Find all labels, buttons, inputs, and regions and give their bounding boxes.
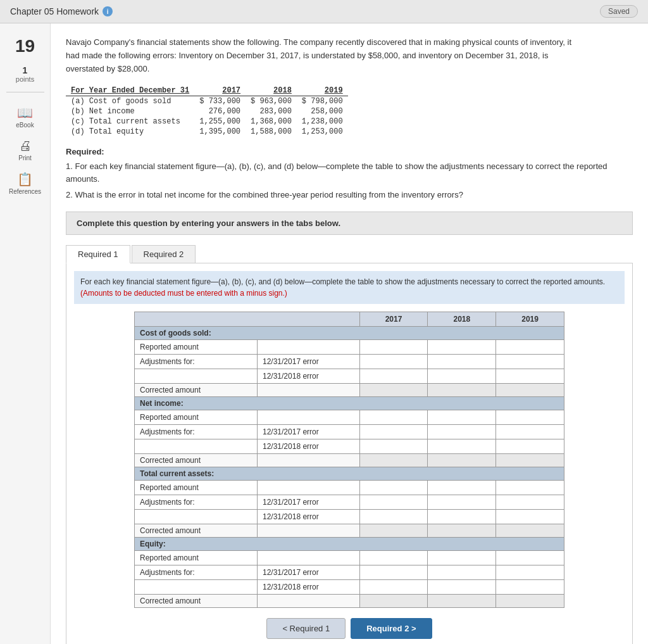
eq-adj17-2017[interactable] [363, 567, 425, 578]
row-0-2017: $ 733,000 [194, 96, 246, 107]
eq-adj18-2018[interactable] [430, 581, 493, 593]
section-header-eq: Equity: [135, 537, 564, 550]
tca-adj17-2018[interactable] [430, 496, 493, 508]
eq-reported: Reported amount [135, 550, 564, 565]
tca-reported: Reported amount [135, 480, 564, 495]
eq-adj18-2019[interactable] [499, 581, 561, 593]
notice-text: For each key financial statement figure—… [80, 277, 605, 286]
ni-adj18-2017[interactable] [363, 441, 425, 452]
row-1-2018: 283,000 [246, 106, 297, 117]
ni-adj17-2017[interactable] [363, 426, 425, 438]
ni-adj18-2019[interactable] [499, 441, 561, 452]
row-2-2019: 1,238,000 [297, 117, 348, 127]
points-label: points [16, 75, 34, 83]
cogs-reported: Reported amount [135, 339, 564, 354]
tabs-container: Required 1 Required 2 For each key finan… [66, 245, 633, 644]
tca-adj-2018: 12/31/2018 error [135, 509, 564, 524]
ni-reported-2017[interactable] [363, 412, 425, 423]
eq-corrected: Corrected amount [135, 594, 564, 607]
tab-required1[interactable]: Required 1 [66, 245, 130, 263]
answer-table: 2017 2018 2019 Cost of goods sold: Repor… [134, 312, 564, 608]
row-3-2017: 1,395,000 [194, 127, 246, 137]
eq-adj17-2018[interactable] [430, 567, 493, 578]
points-value: 1 [16, 65, 34, 75]
ni-reported-2018[interactable] [430, 412, 493, 423]
question-number: 19 [15, 30, 35, 63]
cogs-adj-2017: Adjustments for: 12/31/2017 error [135, 354, 564, 369]
info-icon[interactable]: i [103, 6, 113, 16]
eq-adj-2018: 12/31/2018 error [135, 579, 564, 594]
row-1-label: (b) Net income [66, 106, 194, 117]
row-0-label: (a) Cost of goods sold [66, 96, 194, 107]
ni-corrected: Corrected amount [135, 453, 564, 467]
ebook-label: eBook [16, 122, 34, 129]
tca-adj18-2017[interactable] [363, 511, 425, 522]
eq-reported-2019[interactable] [499, 552, 561, 564]
notice-box: For each key financial statement figure—… [74, 271, 625, 304]
answer-col-2018: 2018 [428, 312, 496, 326]
references-icon: 📋 [17, 172, 33, 187]
col-header-1: 2017 [194, 85, 246, 96]
ni-adj18-2018[interactable] [430, 441, 493, 452]
cogs-reported-2018[interactable] [430, 341, 493, 353]
cogs-adj17-2019[interactable] [499, 356, 561, 367]
tca-reported-2019[interactable] [499, 482, 561, 493]
cogs-adj18-2017[interactable] [363, 370, 425, 382]
required-point2: 2. What is the error in total net income… [66, 189, 633, 201]
sidebar-item-ebook[interactable]: 📖 eBook [3, 101, 47, 132]
instruction-text: Complete this question by entering your … [77, 218, 340, 228]
row-3-label: (d) Total equity [66, 127, 194, 137]
row-3-2018: 1,588,000 [246, 127, 297, 137]
eq-reported-2018[interactable] [430, 552, 493, 564]
cogs-adj18-2019[interactable] [499, 370, 561, 382]
row-3-2019: 1,253,000 [297, 127, 348, 137]
tca-adj-2017: Adjustments for: 12/31/2017 error [135, 495, 564, 509]
tca-adj18-2018[interactable] [430, 511, 493, 522]
eq-adj17-2019[interactable] [499, 567, 561, 578]
tca-adj18-2019[interactable] [499, 511, 561, 522]
nav-buttons: < Required 1 Required 2 > [74, 618, 625, 639]
ebook-icon: 📖 [17, 105, 33, 120]
ni-adj17-2019[interactable] [499, 426, 561, 438]
cogs-adj-2018: 12/31/2018 error [135, 369, 564, 383]
tca-reported-2017[interactable] [363, 482, 425, 493]
tca-reported-2018[interactable] [430, 482, 493, 493]
sidebar-item-references[interactable]: 📋 References [3, 168, 47, 199]
cogs-reported-2017[interactable] [363, 341, 425, 353]
eq-reported-2017[interactable] [363, 552, 425, 564]
cogs-adj17-2017[interactable] [363, 356, 425, 367]
ni-adj17-2018[interactable] [430, 426, 493, 438]
table-row: (b) Net income 276,000 283,000 258,000 [66, 106, 348, 117]
cogs-adj18-2018[interactable] [430, 370, 493, 382]
prev-button[interactable]: < Required 1 [266, 618, 346, 639]
ni-reported-2019[interactable] [499, 412, 561, 423]
top-bar: Chapter 05 Homework i Saved [0, 0, 648, 23]
page-title: Chapter 05 Homework [10, 6, 99, 16]
tab-content: For each key financial statement figure—… [66, 263, 633, 644]
required-point1: 1. For each key financial statement figu… [66, 160, 633, 185]
answer-col-2019: 2019 [496, 312, 564, 326]
tca-adj17-2017[interactable] [363, 496, 425, 508]
section-header-cogs: Cost of goods sold: [135, 326, 564, 339]
next-button[interactable]: Required 2 > [351, 618, 432, 639]
problem-text: Navajo Company's financial statements sh… [66, 36, 585, 75]
required-title: Required: [66, 147, 633, 156]
section-header-ni: Net income: [135, 396, 564, 410]
row-2-label: (c) Total current assets [66, 117, 194, 127]
ni-adj-2017: Adjustments for: 12/31/2017 error [135, 424, 564, 439]
eq-adj18-2017[interactable] [363, 581, 425, 593]
sidebar: 19 1 points 📖 eBook 🖨 Print 📋 References [0, 23, 51, 644]
cogs-corrected: Corrected amount [135, 383, 564, 396]
cogs-adj17-2018[interactable] [430, 356, 493, 367]
tca-adj17-2019[interactable] [499, 496, 561, 508]
table-row: (c) Total current assets 1,255,000 1,368… [66, 117, 348, 127]
row-0-2019: $ 798,000 [297, 96, 348, 107]
cogs-reported-2019[interactable] [499, 341, 561, 353]
table-row: (a) Cost of goods sold $ 733,000 $ 963,0… [66, 96, 348, 107]
tca-corrected: Corrected amount [135, 524, 564, 537]
print-icon: 🖨 [19, 139, 32, 153]
sidebar-item-print[interactable]: 🖨 Print [3, 135, 47, 165]
notice-warning: (Amounts to be deducted must be entered … [80, 289, 287, 298]
col-header-2: 2018 [246, 85, 297, 96]
tab-required2[interactable]: Required 2 [132, 245, 196, 263]
